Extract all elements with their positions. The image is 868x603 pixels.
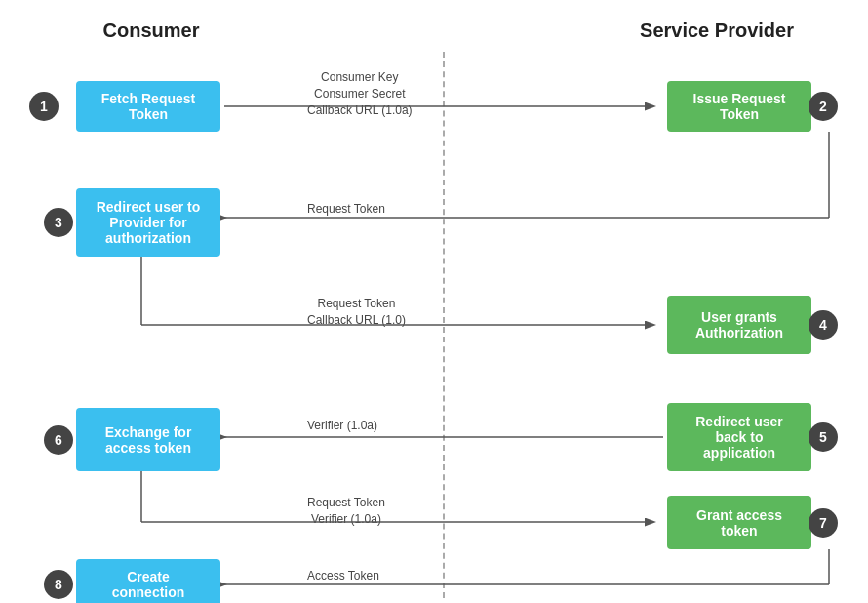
step-5-circle: 5 xyxy=(809,422,838,452)
step-5-box: Redirect user back to application xyxy=(667,403,811,471)
provider-header: Service Provider xyxy=(610,20,824,42)
step-8-circle: 8 xyxy=(44,570,73,599)
step-8-container: 8 Create connection xyxy=(59,559,220,603)
step-2-box: Issue Request Token xyxy=(667,81,811,132)
step-6-circle: 6 xyxy=(44,425,73,455)
step-7-circle: 7 xyxy=(809,508,838,538)
arrow-6-7-label: Request Token Verifier (1.0a) xyxy=(307,495,385,528)
step-1-box: Fetch Request Token xyxy=(76,81,220,132)
arrow-1-2-label: Consumer Key Consumer Secret Callback UR… xyxy=(307,69,413,118)
center-divider xyxy=(443,52,445,598)
step-3-circle: 3 xyxy=(44,208,73,237)
arrow-7-8-label: Access Token xyxy=(307,569,379,583)
headers: Consumer Service Provider xyxy=(44,20,824,42)
diagram-body: 1 Fetch Request Token Consumer Key Consu… xyxy=(44,52,844,598)
arrow-2-3-label: Request Token xyxy=(307,202,385,216)
step-3-box: Redirect user to Provider for authorizat… xyxy=(76,188,220,257)
step-7-box: Grant access token xyxy=(667,496,811,549)
step-6-box: Exchange for access token xyxy=(76,408,220,471)
step-4-box: User grants Authorization xyxy=(667,296,811,354)
step-2-container: Issue Request Token 2 xyxy=(667,81,829,132)
step-1-circle: 1 xyxy=(29,92,59,121)
step-3-container: 3 Redirect user to Provider for authoriz… xyxy=(59,188,220,257)
step-1-container: 1 Fetch Request Token xyxy=(59,81,220,132)
step-8-box: Create connection xyxy=(76,559,220,603)
step-5-container: Redirect user back to application 5 xyxy=(667,403,829,471)
consumer-header: Consumer xyxy=(44,20,258,42)
step-6-container: 6 Exchange for access token xyxy=(59,408,220,471)
step-7-container: Grant access token 7 xyxy=(667,496,829,549)
step-4-circle: 4 xyxy=(809,310,838,340)
diagram-container: Consumer Service Provider xyxy=(34,0,834,603)
arrow-5-6-label: Verifier (1.0a) xyxy=(307,419,377,432)
step-2-circle: 2 xyxy=(809,92,838,121)
step-4-container: User grants Authorization 4 xyxy=(667,296,829,354)
arrow-3-4-label: Request Token Callback URL (1.0) xyxy=(307,296,406,329)
